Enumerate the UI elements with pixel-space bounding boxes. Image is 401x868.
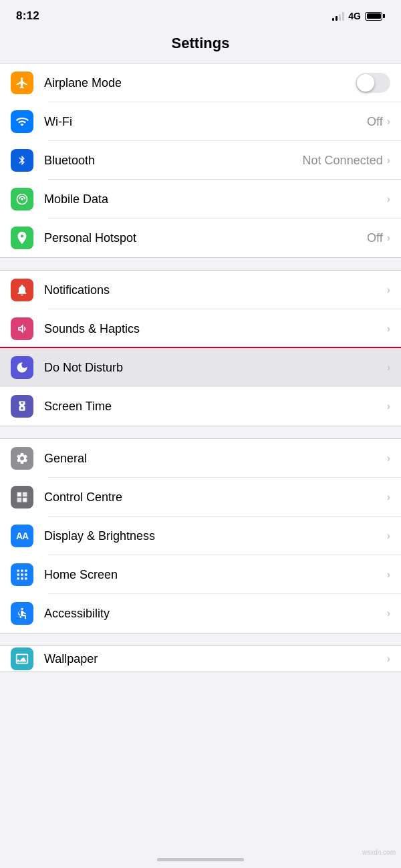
- svg-rect-5: [25, 570, 27, 572]
- display-brightness-label: Display & Brightness: [44, 529, 387, 543]
- bluetooth-label: Bluetooth: [44, 154, 303, 168]
- general-chevron: ›: [387, 452, 390, 464]
- wallpaper-label: Wallpaper: [44, 652, 387, 666]
- home-screen-label: Home Screen: [44, 568, 387, 582]
- home-indicator: [157, 858, 244, 861]
- accessibility-row[interactable]: Accessibility ›: [0, 594, 401, 633]
- airplane-mode-icon: [11, 71, 33, 94]
- bluetooth-value: Not Connected: [303, 154, 383, 168]
- general-icon: [11, 447, 33, 470]
- sounds-haptics-icon: [11, 317, 33, 340]
- network-type: 4G: [348, 11, 361, 21]
- notifications-chevron: ›: [387, 284, 390, 296]
- sounds-haptics-label: Sounds & Haptics: [44, 322, 387, 336]
- mobile-data-row[interactable]: Mobile Data ›: [0, 180, 401, 219]
- general-row[interactable]: General ›: [0, 439, 401, 478]
- notifications-row[interactable]: Notifications ›: [0, 271, 401, 309]
- wifi-icon: [11, 110, 33, 133]
- section-notifications: Notifications › Sounds & Haptics › Do No…: [0, 270, 401, 426]
- status-time: 8:12: [16, 9, 39, 23]
- screen-time-chevron: ›: [387, 400, 390, 412]
- personal-hotspot-row[interactable]: Personal Hotspot Off ›: [0, 219, 401, 257]
- display-brightness-row[interactable]: AA Display & Brightness ›: [0, 517, 401, 555]
- display-brightness-icon: AA: [11, 525, 33, 547]
- svg-point-12: [21, 608, 23, 610]
- display-brightness-chevron: ›: [387, 530, 390, 542]
- mobile-data-label: Mobile Data: [44, 192, 383, 206]
- status-icons: 4G: [332, 11, 385, 21]
- personal-hotspot-icon: [11, 227, 33, 249]
- wifi-value: Off: [367, 115, 383, 129]
- personal-hotspot-chevron: ›: [387, 232, 390, 244]
- notifications-icon: [11, 279, 33, 301]
- svg-rect-3: [17, 570, 19, 572]
- control-centre-row[interactable]: Control Centre ›: [0, 478, 401, 517]
- bluetooth-icon: [11, 149, 33, 172]
- mobile-data-chevron: ›: [387, 193, 390, 205]
- control-centre-icon: [11, 486, 33, 509]
- svg-rect-10: [21, 577, 23, 579]
- mobile-data-icon: [11, 188, 33, 210]
- accessibility-label: Accessibility: [44, 607, 387, 621]
- section-connectivity: Airplane Mode Wi-Fi Off › Bluetooth Not …: [0, 63, 401, 258]
- svg-rect-11: [25, 577, 27, 579]
- wifi-row[interactable]: Wi-Fi Off ›: [0, 102, 401, 141]
- airplane-mode-label: Airplane Mode: [44, 76, 356, 90]
- sounds-haptics-chevron: ›: [387, 323, 390, 335]
- airplane-mode-row[interactable]: Airplane Mode: [0, 63, 401, 102]
- accessibility-chevron: ›: [387, 607, 390, 619]
- status-bar: 8:12 4G: [0, 0, 401, 28]
- home-screen-icon: [11, 563, 33, 586]
- svg-rect-9: [17, 577, 19, 579]
- page-title: Settings: [0, 28, 401, 63]
- wallpaper-chevron: ›: [387, 653, 390, 665]
- wifi-label: Wi-Fi: [44, 115, 367, 129]
- section-partial: Wallpaper ›: [0, 645, 401, 672]
- do-not-disturb-icon: [11, 356, 33, 379]
- screen-time-icon: [11, 395, 33, 418]
- battery-icon: [365, 12, 385, 21]
- svg-rect-7: [21, 573, 23, 575]
- bluetooth-row[interactable]: Bluetooth Not Connected ›: [0, 141, 401, 180]
- airplane-mode-toggle[interactable]: [356, 73, 390, 93]
- screen-time-row[interactable]: Screen Time ›: [0, 387, 401, 426]
- personal-hotspot-label: Personal Hotspot: [44, 231, 367, 245]
- svg-rect-6: [17, 573, 19, 575]
- do-not-disturb-label: Do Not Disturb: [44, 361, 387, 375]
- sounds-haptics-row[interactable]: Sounds & Haptics ›: [0, 309, 401, 348]
- general-label: General: [44, 452, 387, 466]
- bluetooth-chevron: ›: [387, 154, 390, 166]
- svg-rect-4: [21, 570, 23, 572]
- svg-point-1: [18, 493, 21, 496]
- screen-time-label: Screen Time: [44, 400, 387, 414]
- control-centre-label: Control Centre: [44, 490, 387, 504]
- signal-bars-icon: [332, 11, 344, 21]
- home-screen-chevron: ›: [387, 569, 390, 581]
- notifications-label: Notifications: [44, 283, 387, 297]
- svg-rect-8: [25, 573, 27, 575]
- wallpaper-row[interactable]: Wallpaper ›: [0, 646, 401, 672]
- wifi-chevron: ›: [387, 116, 390, 128]
- do-not-disturb-row[interactable]: Do Not Disturb ›: [0, 348, 401, 387]
- home-screen-row[interactable]: Home Screen ›: [0, 555, 401, 594]
- do-not-disturb-chevron: ›: [387, 361, 390, 374]
- personal-hotspot-value: Off: [367, 231, 383, 245]
- wallpaper-icon: [11, 647, 33, 670]
- watermark: wsxdn.com: [362, 849, 396, 856]
- control-centre-chevron: ›: [387, 491, 390, 503]
- accessibility-icon: [11, 602, 33, 625]
- svg-point-2: [23, 498, 26, 501]
- section-general: General › Control Centre › AA Display & …: [0, 438, 401, 633]
